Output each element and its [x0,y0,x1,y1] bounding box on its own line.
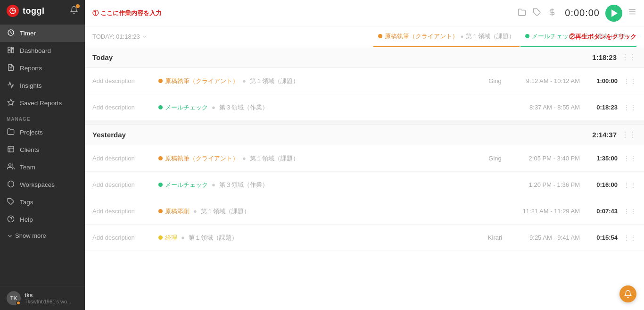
row-project: 原稿添削 ● 第１領域（課題） [158,207,476,216]
tag-icon[interactable] [533,8,541,18]
row-description[interactable]: Add description [92,208,154,215]
topbar-description[interactable]: ① ここに作業内容を入力 [92,9,512,17]
row-time-range: 9:12 AM - 10:12 AM [514,77,580,84]
show-more[interactable]: Show more [0,228,85,243]
row-project: 原稿執筆（クライアント） ● 第１領域（課題） [158,77,476,85]
row-actions: ⋮⋮ [622,104,636,111]
sidebar-item-label-help: Help [20,216,33,223]
section-divider [85,121,644,125]
timer-icon [7,29,15,38]
svg-marker-10 [8,99,14,105]
play-button[interactable] [605,5,622,22]
sidebar-item-tags[interactable]: Tags [0,193,85,211]
sidebar-logo: toggl [7,5,44,17]
table-row: Add description 原稿執筆（クライアント） ● 第１領域（課題） … [85,145,644,172]
row-project: メールチェック ● 第３領域（作業） [158,181,476,189]
show-more-label: Show more [15,232,46,239]
sidebar-item-label-tags: Tags [20,199,33,206]
sidebar-item-label-reports: Reports [20,65,42,72]
row-client: Kirari [481,234,509,241]
bell-notification-badge [76,4,80,8]
yesterday-section-header: Yesterday 2:14:37 ⋮⋮ [85,125,644,145]
user-avatar[interactable]: TK [7,291,21,305]
sidebar-item-reports[interactable]: Reports [0,59,85,77]
table-row: Add description 原稿執筆（クライアント） ● 第１領域（課題） … [85,68,644,94]
table-row: Add description 原稿添削 ● 第１領域（課題） 11:21 AM… [85,198,644,225]
sidebar-item-timer[interactable]: Timer [0,25,85,42]
row-duration: 1:00:00 [585,77,618,84]
sidebar-item-projects[interactable]: Projects [0,124,85,141]
row-actions: ⋮⋮ [622,181,636,189]
sidebar-nav: Timer Dashboard Reports Insights [0,22,85,286]
projects-icon [7,128,15,137]
row-actions: ⋮⋮ [622,234,636,242]
svg-rect-11 [8,146,14,152]
sidebar-item-saved-reports[interactable]: Saved Reports [0,94,85,112]
insights-icon [7,81,15,90]
sidebar-item-label-saved-reports: Saved Reports [20,100,62,107]
row-description[interactable]: Add description [92,155,154,162]
row-duration: 1:35:00 [585,155,618,162]
dollar-icon[interactable] [548,8,556,18]
sidebar-item-insights[interactable]: Insights [0,77,85,94]
row-menu-icon[interactable]: ⋮⋮ [623,234,636,242]
show-more-toggle[interactable]: Show more [7,232,46,239]
topbar-menu-icon[interactable] [628,8,636,18]
row-description[interactable]: Add description [92,104,154,111]
user-name: tks [25,292,78,299]
project-tag: 第１領域（課題） [189,234,238,242]
svg-rect-7 [11,47,14,49]
row-description[interactable]: Add description [92,234,154,241]
row-description[interactable]: Add description [92,181,154,188]
row-menu-icon[interactable]: ⋮⋮ [623,77,636,85]
main-content: ① ここに作業内容を入力 0:00:00 TODAY: 01:18:23 [85,0,644,310]
folder-icon[interactable] [518,8,526,18]
row-menu-icon[interactable]: ⋮⋮ [623,155,636,162]
play-annotation: ②再生ボタンをクリック [569,33,636,41]
tab-sep1: ● [461,34,464,39]
today-header[interactable]: TODAY: 01:18:23 [92,33,148,40]
user-workspace: Tkswtnb1981's wo... [25,299,78,304]
sidebar-item-dashboard[interactable]: Dashboard [0,42,85,59]
avatar-notification-badge [16,301,21,305]
tab-project-orange-label: 原稿執筆（クライアント） [385,32,458,41]
sidebar-item-label-projects: Projects [20,129,43,136]
project-dot-icon [158,235,163,240]
project-dot-icon [158,156,163,160]
project-separator: ● [242,77,246,84]
project-name: 原稿添削 [165,207,190,216]
row-description[interactable]: Add description [92,77,154,84]
table-row: Add description メールチェック ● 第３領域（作業） 1:20 … [85,172,644,198]
sidebar-item-team[interactable]: Team [0,159,85,176]
project-tag: 第３領域（作業） [219,181,268,189]
row-duration: 0:16:00 [585,181,618,188]
yesterday-section-menu-icon[interactable]: ⋮⋮ [621,130,636,139]
row-client: Ging [481,77,509,84]
project-dot-icon [158,209,163,213]
user-info: tks Tkswtnb1981's wo... [25,292,78,304]
tab-project-orange[interactable]: 原稿執筆（クライアント） ● 第１領域（課題） [373,26,520,47]
sidebar-item-label-dashboard: Dashboard [20,47,51,54]
sidebar-footer: TK tks Tkswtnb1981's wo... [0,286,85,310]
project-name: メールチェック [165,181,208,189]
today-label: TODAY: 01:18:23 [92,33,140,40]
row-time-range: 11:21 AM - 11:29 AM [514,208,580,215]
sidebar-item-workspaces[interactable]: Workspaces [0,176,85,193]
sidebar-item-clients[interactable]: Clients [0,141,85,159]
logo-icon [7,5,19,17]
row-duration: 0:07:43 [585,208,618,215]
row-menu-icon[interactable]: ⋮⋮ [623,181,636,189]
project-dot-icon [158,79,163,83]
today-section-menu-icon[interactable]: ⋮⋮ [621,53,636,62]
row-menu-icon[interactable]: ⋮⋮ [623,208,636,215]
project-dot-icon [158,183,163,187]
project-separator: ● [212,181,215,188]
sidebar-header: toggl [0,0,85,22]
project-tag: 第１領域（課題） [250,77,299,85]
notification-fab[interactable] [619,285,636,302]
sidebar-item-label-clients: Clients [20,146,39,153]
row-menu-icon[interactable]: ⋮⋮ [623,104,636,111]
sidebar-item-help[interactable]: Help [0,211,85,228]
dot-orange-icon [378,34,382,38]
bell-icon[interactable] [70,6,78,16]
